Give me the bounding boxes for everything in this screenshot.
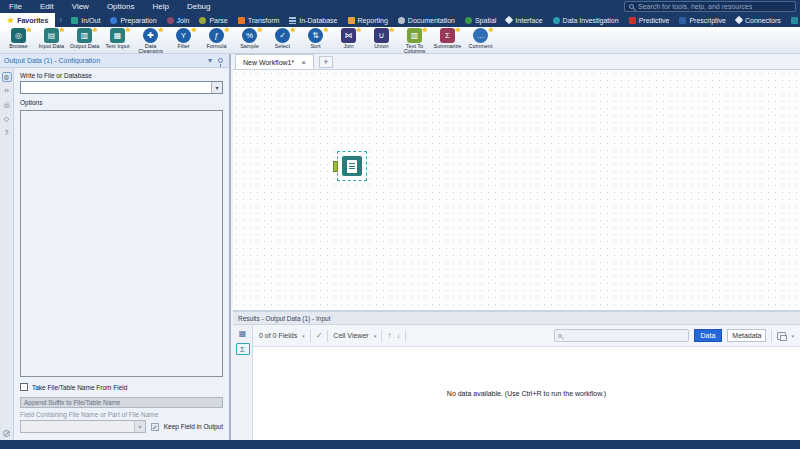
metadata-view-button[interactable]: Metadata [727,329,766,342]
move-down-icon[interactable]: ↓ [396,331,400,340]
results-header[interactable]: Results - Output Data (1) - Input [233,312,800,325]
favorites-star-icon: ★ [7,16,14,25]
empty-results-message: No data available. (Use Ctrl+R to run th… [447,390,606,397]
results-search-input[interactable] [554,329,689,342]
help-tab-icon[interactable]: ? [2,128,12,138]
tool-category-tab[interactable]: Spatial [460,13,501,27]
tool-category-tab[interactable]: Predictive [624,13,675,27]
tool-label: Sort [310,44,320,49]
tool-category-tab[interactable]: Preparation [105,13,161,27]
toolbar-separator [771,330,772,342]
tool-category-tab[interactable]: Documentation [393,13,460,27]
tool-button[interactable]: ⋈ ★ Join [332,27,365,49]
category-icon [679,17,686,24]
tool-category-tab[interactable]: In/Out [66,13,105,27]
menu-item[interactable]: Options [98,2,144,11]
move-up-icon[interactable]: ↑ [387,331,391,340]
write-file-combobox[interactable]: ▾ [20,81,223,94]
close-tab-icon[interactable]: × [301,58,306,67]
favorite-star-icon: ★ [26,27,32,34]
take-name-checkbox[interactable] [20,383,28,391]
tool-button[interactable]: ⇅ ★ Sort [299,27,332,49]
category-icon [348,17,355,24]
options-listbox[interactable] [20,110,223,377]
favorite-star-icon: ★ [356,27,362,34]
output-data-tool-node[interactable] [337,151,367,181]
tool-button[interactable]: ◎ ★ Browse [2,27,35,49]
apply-check-icon[interactable]: ✓ [316,331,323,340]
cell-viewer-dropdown-icon[interactable]: ▾ [374,333,377,339]
category-icon [629,17,636,24]
workflow-canvas[interactable] [233,70,800,310]
tool-label: Formula [206,44,226,49]
combobox-dropdown-icon: ▾ [134,421,145,432]
output-data-icon [342,156,362,176]
tab-favorites[interactable]: ★ Favorites [0,13,55,27]
tool-label: Output Data [70,44,100,49]
tab-favorites-label: Favorites [17,17,48,24]
menu-item[interactable]: Debug [178,2,220,11]
tool-button[interactable]: ∪ ★ Union [365,27,398,49]
tool-button[interactable]: ▦ ★ Text Input [101,27,134,49]
tool-button[interactable]: ƒ ★ Formula [200,27,233,49]
category-icon [71,17,78,24]
tool-button[interactable]: ▥ ★ Text To Columns [398,27,431,54]
collapse-chevron-icon[interactable]: ▾ [208,56,212,65]
new-workflow-button[interactable]: + [319,56,333,68]
data-view-button[interactable]: Data [694,329,723,342]
tool-palette: ◎ ★ Browse ▤ ★ Input Data ▥ ★ Output Dat… [0,27,800,54]
disabled-indicator-icon [3,430,10,437]
tool-category-tab[interactable]: Connectors [731,13,786,27]
tool-category-tab[interactable]: Interface [501,13,547,27]
tag-tab-icon[interactable]: ◇ [2,114,12,124]
menu-item[interactable]: Edit [31,2,63,11]
menu-item[interactable]: View [63,2,98,11]
tool-button[interactable]: Σ ★ Summarize [431,27,464,49]
fields-count-label[interactable]: 0 of 0 Fields [259,332,297,339]
tool-category-tabs: ★ Favorites ‹ In/Out Preparation Join [0,13,800,27]
tool-category-tab[interactable]: Address [786,13,800,27]
tool-button[interactable]: Y ★ Filter [167,27,200,49]
tool-category-tab[interactable]: Prescriptive [674,13,731,27]
tool-button[interactable]: ▤ ★ Input Data [35,27,68,49]
results-title: Results - Output Data (1) - Input [238,315,330,322]
tool-category-tab[interactable]: In-Database [284,13,342,27]
export-dropdown-icon[interactable]: ▾ [791,333,794,339]
category-icon [791,17,798,24]
tool-button[interactable]: ▥ ★ Output Data [68,27,101,49]
tool-button[interactable]: … ★ Comment [464,27,497,49]
workflow-tab[interactable]: New Workflow1* × [235,54,314,69]
menu-item[interactable]: File [0,2,31,11]
category-icon [553,17,560,24]
tool-button[interactable]: % ★ Sample [233,27,266,49]
input-anchor[interactable] [333,161,338,172]
tool-category-tab[interactable]: Parse [194,13,232,27]
tool-category-tab[interactable]: Join [162,13,195,27]
tool-label: Comment [469,44,493,49]
tool-label: Sample [240,44,259,49]
cell-viewer-label[interactable]: Cell Viewer [333,332,368,339]
tool-button[interactable]: ✓ ★ Select [266,27,299,49]
connections-tab-icon[interactable]: ◎ [2,100,12,110]
tool-category-tab[interactable]: Transform [233,13,285,27]
tool-button[interactable]: ✚ ★ Data Cleansing [134,27,167,54]
pin-icon[interactable] [218,58,223,63]
configuration-tab-icon[interactable]: ⚙ [2,72,12,82]
tool-label: Summarize [434,44,462,49]
fields-dropdown-icon[interactable]: ▾ [302,333,305,339]
menu-bar: File Edit View Options Help Debug Search… [0,0,800,13]
favorite-star-icon: ★ [488,27,494,34]
tool-category-tab[interactable]: Data Investigation [548,13,624,27]
profile-view-icon[interactable]: Σ [236,343,250,355]
global-search-input[interactable]: Search for tools, help, and resources [624,1,796,12]
export-icon[interactable] [777,332,786,340]
tool-category-tab[interactable]: Reporting [343,13,393,27]
favorite-star-icon: ★ [455,27,461,34]
combobox-dropdown-icon[interactable]: ▾ [211,82,222,93]
scroll-left-icon[interactable]: ‹ [55,13,66,27]
annotation-tab-icon[interactable]: ‹› [2,86,12,96]
menu-item[interactable]: Help [143,2,177,11]
table-view-icon[interactable]: ▦ [236,328,250,340]
status-bar [0,440,800,449]
favorite-star-icon: ★ [389,27,395,34]
